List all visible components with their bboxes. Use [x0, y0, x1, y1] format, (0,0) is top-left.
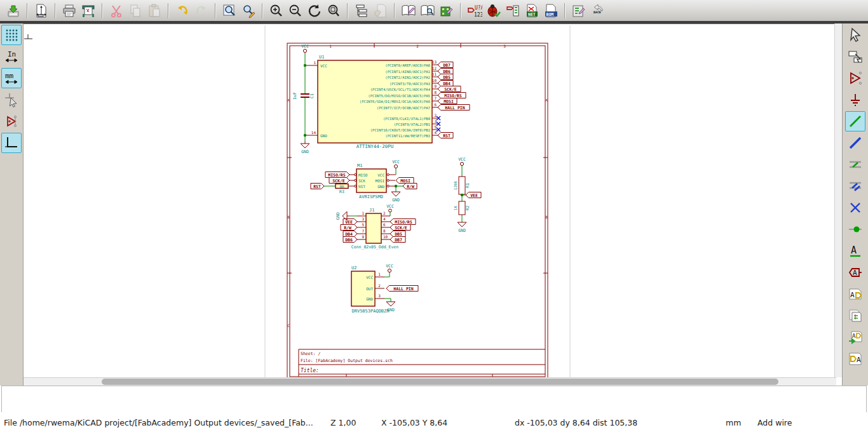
hierarchy-navigator-button[interactable] — [352, 2, 371, 20]
bus-to-bus-entry-button[interactable] — [845, 176, 865, 196]
library-browser-button[interactable] — [418, 2, 437, 20]
pin-name: RST — [358, 184, 365, 189]
erc-icon — [486, 3, 501, 18]
r2-ref: R2 — [465, 206, 470, 211]
pin-name: (PCINT5/DO/MISO/OC1B/ADC5)PA5 — [368, 94, 430, 98]
place-junction-button[interactable] — [845, 219, 865, 239]
place-power-port-button[interactable] — [845, 90, 865, 110]
pin-number: 7 — [362, 229, 364, 233]
back-annotate-button[interactable]: BACK — [588, 2, 607, 20]
find-replace-button[interactable] — [239, 2, 258, 20]
place-bus-button[interactable] — [845, 133, 865, 153]
junction — [304, 64, 306, 67]
run-pcbnew-icon — [571, 3, 587, 18]
pin-name: MISO — [358, 173, 368, 177]
pin-number: 6 — [383, 222, 386, 227]
pin-number: 8 — [434, 90, 437, 95]
hv-orientation-button[interactable] — [1, 133, 22, 153]
library-editor-button[interactable] — [399, 2, 418, 20]
pin-name: (PCINT8/CLKI/XTAL1)PB0 — [383, 117, 430, 121]
run-pcbnew-button[interactable] — [569, 2, 588, 20]
net-label: RST — [313, 184, 321, 189]
pin-name: VCC — [366, 275, 373, 279]
cursor-shape-button[interactable] — [1, 90, 22, 110]
bom-button[interactable]: BOM — [541, 2, 560, 20]
hidden-pins-button[interactable] — [1, 111, 22, 131]
undo-button[interactable] — [173, 2, 192, 20]
find-button[interactable] — [220, 2, 239, 20]
gnd-power-label: GND — [301, 149, 309, 154]
place-sheet-pin-button[interactable]: A — [845, 349, 865, 369]
svg-text:A: A — [850, 291, 855, 299]
netlist-icon: NET — [524, 3, 539, 18]
net-label: DB4 — [345, 232, 353, 237]
paste-button[interactable] — [145, 2, 164, 20]
import-sheet-pin-button[interactable]: A — [845, 327, 865, 347]
zoom-out-icon — [288, 3, 303, 18]
units-mm-button[interactable]: mm — [1, 68, 22, 88]
separator — [102, 3, 103, 18]
save-icon — [6, 3, 21, 18]
pin-name: (PCINT3/T0/ADC3)PA3 — [390, 82, 430, 86]
junction — [461, 194, 463, 196]
net-label: DB7 — [395, 238, 402, 243]
title-block-sheet: Sheet: / — [301, 351, 320, 356]
u1-value: ATTINY44-20PU — [356, 144, 394, 149]
separator — [460, 3, 461, 18]
units-inch-button[interactable]: In — [1, 46, 22, 67]
erc-button[interactable] — [484, 2, 503, 20]
copy-button[interactable] — [126, 2, 145, 20]
place-hierarchical-sheet-button[interactable] — [845, 306, 865, 326]
pin-name: VCC — [377, 173, 384, 177]
pin-name: GND — [377, 184, 384, 189]
place-hierarchical-label-button[interactable]: A — [845, 284, 865, 304]
select-cursor-button[interactable] — [845, 25, 865, 45]
net-label: DB4 — [443, 81, 451, 86]
units-inch-icon: In — [4, 49, 19, 64]
leave-sheet-icon — [373, 3, 388, 18]
u1-symbol: U1 ATTINY44-20PU 1 VCC 14 GND 13 12 11 1… — [306, 55, 438, 149]
pin-name: (PCINT1/AIN0/ADC1)PA1 — [385, 70, 430, 74]
hierarchy-navigate-button[interactable] — [845, 46, 865, 67]
netlist-text: NET — [528, 11, 536, 17]
cvpcb-button[interactable] — [503, 2, 522, 20]
print-button[interactable] — [60, 2, 79, 20]
leave-sheet-button[interactable] — [371, 2, 390, 20]
netlist-button[interactable]: NET — [522, 2, 541, 20]
zoom-fit-button[interactable] — [324, 2, 343, 20]
footprint-editor-button[interactable] — [437, 2, 456, 20]
annotate-icon: U?A123 — [467, 3, 482, 18]
pin-name: OUT — [366, 286, 373, 291]
place-component-button[interactable] — [845, 68, 865, 88]
status-file: File /home/rwema/KiCAD project/[FabAcade… — [4, 418, 313, 427]
place-global-label-button[interactable]: A — [845, 262, 865, 283]
plot-button[interactable] — [79, 2, 98, 20]
j1-ref: J1 — [369, 208, 374, 213]
annotate-button[interactable]: U?A123 — [465, 2, 484, 20]
net-label: VEE — [345, 220, 353, 225]
horizontal-scrollbar-thumb[interactable] — [102, 379, 778, 385]
place-wire-button[interactable] — [845, 111, 865, 131]
redo-button[interactable] — [192, 2, 211, 20]
page-settings-icon — [34, 3, 49, 18]
title-block-title: Title: — [301, 368, 319, 373]
m1-value: AVRISPSMD — [359, 194, 383, 199]
separator — [564, 3, 566, 18]
net-label: DB6 — [345, 238, 353, 243]
grid-toggle-button[interactable] — [1, 25, 22, 45]
vcc-power-label: VCC — [301, 44, 309, 49]
separator — [27, 3, 28, 18]
wire-to-bus-entry-button[interactable] — [845, 154, 865, 175]
place-net-label-button[interactable]: A — [845, 241, 865, 261]
zoom-in-button[interactable] — [267, 2, 286, 20]
cut-button[interactable] — [107, 2, 126, 20]
horizontal-scrollbar[interactable] — [24, 377, 836, 386]
redraw-button[interactable] — [305, 2, 324, 20]
zoom-out-button[interactable] — [286, 2, 305, 20]
place-no-connect-button[interactable] — [845, 198, 865, 218]
page-settings-button[interactable] — [32, 2, 51, 20]
save-button[interactable] — [4, 2, 23, 20]
c1-value: 1uF — [292, 92, 297, 100]
border-row: B — [545, 215, 548, 219]
wire-to-bus-entry-icon — [848, 157, 863, 172]
